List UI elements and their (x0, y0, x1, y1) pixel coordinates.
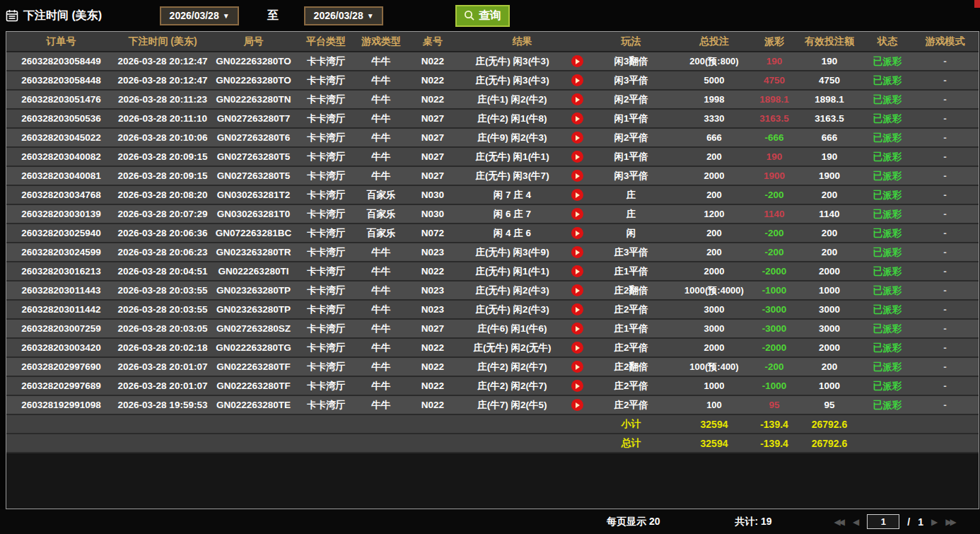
date-to-select[interactable]: 2026/03/28 ▼ (304, 6, 383, 25)
game-type-cell: 牛牛 (354, 262, 408, 281)
play-icon[interactable] (571, 55, 583, 67)
platform-type-cell: 卡卡湾厅 (298, 90, 354, 109)
chevron-down-icon: ▼ (367, 12, 374, 20)
replay-cell (567, 395, 587, 414)
platform-type-cell: 卡卡湾厅 (298, 166, 354, 185)
header-bet-time: 下注时间 (美东) (116, 32, 209, 52)
query-button[interactable]: 查询 (455, 5, 510, 27)
total-bet-cell: 100 (675, 395, 753, 414)
round-number-cell: GN022263280TE (209, 395, 298, 414)
page-input[interactable] (867, 514, 899, 529)
play-icon[interactable] (571, 380, 583, 392)
header-table-number: 桌号 (408, 32, 457, 52)
bet-time-cell: 2026-03-28 20:06:23 (116, 243, 209, 262)
valid-bet-cell: 3163.5 (795, 109, 863, 128)
game-type-cell: 牛牛 (354, 319, 408, 338)
order-number-cell: 260328203058449 (6, 52, 116, 71)
play-icon[interactable] (571, 93, 583, 105)
play-icon[interactable] (571, 303, 583, 315)
game-mode-cell: - (911, 262, 979, 281)
result-cell: 闲 6 庄 7 (457, 204, 567, 224)
table-row: 260328203050536 2026-03-28 20:11:10 GN02… (6, 109, 979, 128)
table-number-cell: N030 (408, 204, 457, 224)
play-icon[interactable] (571, 208, 583, 220)
bet-time-cell: 2026-03-28 20:01:07 (116, 376, 209, 395)
next-page-button[interactable]: ▶ (931, 517, 938, 527)
result-cell: 庄(无牛) 闲3(牛3) (457, 71, 567, 90)
table-number-cell: N022 (408, 357, 457, 376)
valid-bet-cell: 2000 (795, 338, 863, 357)
table-row: 260328203045022 2026-03-28 20:10:06 GN02… (6, 128, 979, 147)
total-count-label: 共计: 19 (735, 516, 771, 528)
play-icon[interactable] (571, 132, 583, 144)
game-mode-cell: - (911, 52, 979, 71)
replay-cell (567, 376, 587, 395)
table-row: 260328203003420 2026-03-28 20:02:18 GN02… (6, 338, 979, 357)
table-number-cell: N027 (408, 147, 457, 166)
table-number-cell: N023 (408, 243, 457, 262)
play-icon[interactable] (571, 265, 583, 277)
play-method-cell: 闲 (587, 224, 675, 243)
payout-cell: 190 (753, 147, 795, 166)
valid-bet-cell: 4750 (795, 71, 863, 90)
table-row: 260328203011442 2026-03-28 20:03:55 GN02… (6, 300, 979, 319)
table-number-cell: N022 (408, 395, 457, 414)
status-badge: 已派彩 (863, 109, 911, 128)
order-number-cell: 260328203040082 (6, 147, 116, 166)
bet-time-cell: 2026-03-28 20:12:47 (116, 71, 209, 90)
total-bet-cell: 1000(预:4000) (675, 281, 753, 300)
replay-cell (567, 357, 587, 376)
header-game-mode: 游戏模式 (911, 32, 979, 52)
play-icon[interactable] (571, 170, 583, 182)
table-row: 260328203007259 2026-03-28 20:03:05 GN02… (6, 319, 979, 338)
play-icon[interactable] (571, 189, 583, 201)
result-cell: 庄(牛2) 闲2(牛7) (457, 376, 567, 395)
play-icon[interactable] (571, 323, 583, 335)
header-status: 状态 (863, 32, 911, 52)
platform-type-cell: 卡卡湾厅 (298, 128, 354, 147)
platform-type-cell: 卡卡湾厅 (298, 357, 354, 376)
play-icon[interactable] (571, 284, 583, 296)
game-mode-cell: - (911, 338, 979, 357)
play-method-cell: 闲2平倍 (587, 128, 675, 147)
first-page-button[interactable]: ◀◀ (834, 517, 845, 527)
status-badge: 已派彩 (863, 357, 911, 376)
platform-type-cell: 卡卡湾厅 (298, 319, 354, 338)
platform-type-cell: 卡卡湾厅 (298, 224, 354, 243)
valid-bet-cell: 1900 (795, 166, 863, 185)
prev-page-button[interactable]: ◀ (853, 517, 859, 527)
table-row: 260328203025940 2026-03-28 20:06:36 GN07… (6, 224, 979, 243)
replay-cell (567, 243, 587, 262)
replay-cell (567, 300, 587, 319)
play-icon[interactable] (571, 74, 583, 86)
bet-time-cell: 2026-03-28 20:11:23 (116, 90, 209, 109)
play-icon[interactable] (571, 246, 583, 258)
game-mode-cell: - (911, 185, 979, 204)
play-icon[interactable] (571, 399, 583, 411)
valid-bet-cell: 190 (795, 147, 863, 166)
table-number-cell: N022 (408, 52, 457, 71)
play-icon[interactable] (571, 342, 583, 354)
play-icon[interactable] (571, 112, 583, 124)
last-page-button[interactable]: ▶▶ (945, 517, 956, 527)
valid-bet-cell: 1898.1 (795, 90, 863, 109)
play-method-cell: 庄 (587, 204, 675, 224)
play-icon[interactable] (571, 227, 583, 239)
play-icon[interactable] (571, 151, 583, 163)
payout-cell: 3163.5 (753, 109, 795, 128)
date-from-select[interactable]: 2026/03/28 ▼ (160, 6, 239, 25)
total-bet-cell: 200 (675, 185, 753, 204)
total-bet-cell: 2000 (675, 338, 753, 357)
game-type-cell: 牛牛 (354, 376, 408, 395)
table-number-cell: N023 (408, 281, 457, 300)
header-valid-bet: 有效投注额 (795, 32, 863, 52)
play-icon[interactable] (571, 361, 583, 373)
total-bet-cell: 200 (675, 147, 753, 166)
status-badge: 已派彩 (863, 204, 911, 224)
result-cell: 庄(无牛) 闲3(牛9) (457, 243, 567, 262)
bet-time-cell: 2026-03-28 20:08:20 (116, 185, 209, 204)
corner-marker (974, 0, 980, 8)
total-pages-label: 1 (918, 516, 923, 528)
table-row: 260328203034768 2026-03-28 20:08:20 GN03… (6, 185, 979, 204)
status-badge: 已派彩 (863, 243, 911, 262)
